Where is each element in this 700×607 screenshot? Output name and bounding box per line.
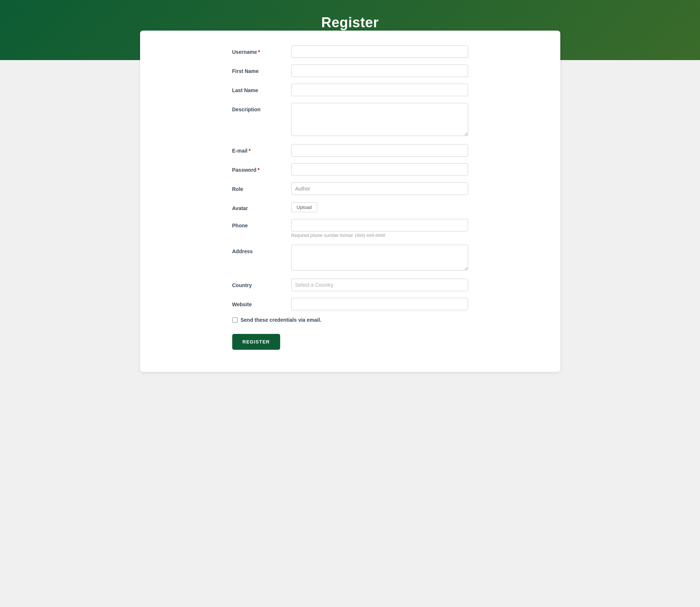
required-star-email: * — [249, 148, 251, 154]
required-star-password: * — [258, 167, 260, 173]
page-title: Register — [7, 15, 693, 31]
address-label: Address — [232, 245, 291, 254]
first-name-input[interactable] — [291, 64, 468, 77]
email-row: E-mail* — [232, 144, 468, 157]
email-field — [291, 144, 468, 157]
email-credentials-row: Send these credentials via email. — [232, 317, 468, 323]
email-input[interactable] — [291, 144, 468, 157]
role-input[interactable] — [291, 182, 468, 195]
phone-field: Required phone number format: (###) ###-… — [291, 219, 468, 238]
username-row: Username* — [232, 45, 468, 58]
password-field — [291, 163, 468, 176]
website-input[interactable] — [291, 298, 468, 310]
country-field — [291, 279, 468, 291]
password-label: Password* — [232, 163, 291, 173]
description-row: Description — [232, 103, 468, 137]
username-input[interactable] — [291, 45, 468, 58]
address-field — [291, 245, 468, 272]
email-credentials-label: Send these credentials via email. — [241, 317, 321, 323]
country-label: Country — [232, 279, 291, 288]
email-credentials-checkbox[interactable] — [232, 317, 238, 323]
role-row: Role — [232, 182, 468, 195]
last-name-label: Last Name — [232, 84, 291, 93]
password-row: Password* — [232, 163, 468, 176]
last-name-row: Last Name — [232, 84, 468, 96]
form-container: Username* First Name Last Name Descripti… — [225, 45, 476, 350]
avatar-label: Avatar — [232, 202, 291, 211]
avatar-row: Avatar Upload — [232, 202, 468, 212]
upload-button[interactable]: Upload — [291, 202, 317, 212]
website-row: Website — [232, 298, 468, 310]
address-row: Address — [232, 245, 468, 272]
first-name-row: First Name — [232, 64, 468, 77]
register-button[interactable]: REGISTER — [232, 334, 280, 350]
last-name-field — [291, 84, 468, 96]
description-input[interactable] — [291, 103, 468, 136]
last-name-input[interactable] — [291, 84, 468, 96]
description-field — [291, 103, 468, 137]
description-label: Description — [232, 103, 291, 112]
avatar-field: Upload — [291, 202, 468, 212]
registration-form-card: Username* First Name Last Name Descripti… — [140, 31, 560, 372]
phone-input[interactable] — [291, 219, 468, 231]
first-name-field — [291, 64, 468, 77]
password-input[interactable] — [291, 163, 468, 176]
phone-row: Phone Required phone number format: (###… — [232, 219, 468, 238]
phone-hint: Required phone number format: (###) ###-… — [291, 233, 468, 238]
required-star-username: * — [258, 49, 260, 55]
address-input[interactable] — [291, 245, 468, 271]
role-field — [291, 182, 468, 195]
website-label: Website — [232, 298, 291, 307]
phone-label: Phone — [232, 219, 291, 229]
username-field — [291, 45, 468, 58]
email-label: E-mail* — [232, 144, 291, 154]
first-name-label: First Name — [232, 64, 291, 74]
username-label: Username* — [232, 45, 291, 55]
website-field — [291, 298, 468, 310]
country-row: Country — [232, 279, 468, 291]
country-input[interactable] — [291, 279, 468, 291]
role-label: Role — [232, 182, 291, 192]
